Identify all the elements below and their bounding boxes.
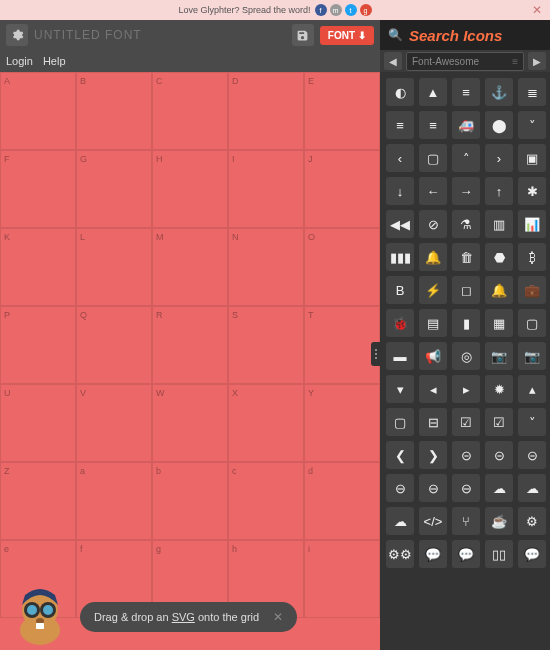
grid-cell[interactable]: E xyxy=(304,72,380,150)
twitter-icon[interactable]: t xyxy=(345,4,357,16)
grid-cell[interactable]: J xyxy=(304,150,380,228)
building-icon[interactable]: ▬ xyxy=(386,342,414,370)
chevron-circle-right-icon[interactable]: ⊝ xyxy=(518,441,546,469)
grid-cell[interactable]: D xyxy=(228,72,304,150)
bookmark-o-icon[interactable]: ◻ xyxy=(452,276,480,304)
grid-cell[interactable]: Z xyxy=(0,462,76,540)
ban-icon[interactable]: ⊘ xyxy=(419,210,447,238)
grid-cell[interactable]: X xyxy=(228,384,304,462)
angle-right-icon[interactable]: › xyxy=(485,144,513,172)
close-banner-icon[interactable]: ✕ xyxy=(532,3,542,17)
code-icon[interactable]: </> xyxy=(419,507,447,535)
arrow-left-icon[interactable]: ← xyxy=(419,177,447,205)
grid-cell[interactable]: N xyxy=(228,228,304,306)
close-tooltip-icon[interactable]: ✕ xyxy=(273,610,283,624)
trash-icon[interactable]: 🗑 xyxy=(452,243,480,271)
book-icon[interactable]: ▤ xyxy=(419,309,447,337)
bullseye-icon[interactable]: ◎ xyxy=(452,342,480,370)
grid-cell[interactable]: B xyxy=(76,72,152,150)
comment-icon[interactable]: 💬 xyxy=(518,540,546,568)
grid-cell[interactable]: b xyxy=(152,462,228,540)
grid-cell[interactable]: R xyxy=(152,306,228,384)
download-font-button[interactable]: FONT ⬇ xyxy=(320,26,374,45)
cloud-icon[interactable]: ☁ xyxy=(386,507,414,535)
android-icon[interactable]: ⬤ xyxy=(485,111,513,139)
caret-left-icon[interactable]: ◂ xyxy=(419,375,447,403)
circle-left-icon[interactable]: ⊖ xyxy=(419,474,447,502)
camera-retro-icon[interactable]: 📷 xyxy=(485,342,513,370)
bug-icon[interactable]: 🐞 xyxy=(386,309,414,337)
grid-cell[interactable]: Q xyxy=(76,306,152,384)
archive-icon[interactable]: ▣ xyxy=(518,144,546,172)
adjust-icon[interactable]: ◐ xyxy=(386,78,414,106)
caret-up-icon[interactable]: ▴ xyxy=(518,375,546,403)
next-iconset-button[interactable]: ▶ xyxy=(528,52,546,70)
bullhorn-icon[interactable]: 📢 xyxy=(419,342,447,370)
grid-cell[interactable]: A xyxy=(0,72,76,150)
save-button[interactable] xyxy=(292,24,314,46)
asterisk-icon[interactable]: ✱ xyxy=(518,177,546,205)
ambulance-icon[interactable]: 🚑 xyxy=(452,111,480,139)
cog-icon[interactable]: ⚙ xyxy=(518,507,546,535)
bell-icon[interactable]: 🔔 xyxy=(485,276,513,304)
angle-down-icon[interactable]: ˅ xyxy=(518,111,546,139)
bolt-icon[interactable]: ⚡ xyxy=(419,276,447,304)
angle-left-icon[interactable]: ‹ xyxy=(386,144,414,172)
grid-cell[interactable]: G xyxy=(76,150,152,228)
grid-cell[interactable]: C xyxy=(152,72,228,150)
code-fork-icon[interactable]: ⑂ xyxy=(452,507,480,535)
square-o-icon[interactable]: ▢ xyxy=(386,408,414,436)
circle-right-icon[interactable]: ⊖ xyxy=(452,474,480,502)
adn-icon[interactable]: ▲ xyxy=(419,78,447,106)
caret-down-icon[interactable]: ▾ xyxy=(386,375,414,403)
btc-icon[interactable]: ₿ xyxy=(518,243,546,271)
grid-cell[interactable]: P xyxy=(0,306,76,384)
bookmark-icon[interactable]: ▮ xyxy=(452,309,480,337)
help-link[interactable]: Help xyxy=(43,55,66,67)
grid-cell[interactable]: K xyxy=(0,228,76,306)
grid-cell[interactable]: i xyxy=(304,540,380,618)
grid-cell[interactable]: V xyxy=(76,384,152,462)
angle-up-icon[interactable]: ˄ xyxy=(452,144,480,172)
gplus-icon[interactable]: g xyxy=(360,4,372,16)
align-center-icon[interactable]: ≡ xyxy=(452,78,480,106)
bar-chart-o-icon[interactable]: 📊 xyxy=(518,210,546,238)
apple-icon[interactable]: ▢ xyxy=(419,144,447,172)
grid-cell[interactable]: F xyxy=(0,150,76,228)
bell-o-icon[interactable]: 🔔 xyxy=(419,243,447,271)
glyph-grid[interactable]: ABCDEFGHIJKLMNOPQRSTUVWXYZabcdefghi Drag… xyxy=(0,72,380,650)
grid-cell[interactable]: I xyxy=(228,150,304,228)
grid-cell[interactable]: W xyxy=(152,384,228,462)
settings-button[interactable] xyxy=(6,24,28,46)
minus-square-o-icon[interactable]: ⊟ xyxy=(419,408,447,436)
barcode-icon[interactable]: ▮▮▮ xyxy=(386,243,414,271)
chevron-left-icon[interactable]: ❮ xyxy=(386,441,414,469)
search-icon[interactable]: 🔍 xyxy=(388,28,403,42)
grid-cell[interactable]: L xyxy=(76,228,152,306)
columns-icon[interactable]: ▯▯ xyxy=(485,540,513,568)
comment-o-icon[interactable]: 💬 xyxy=(419,540,447,568)
align-left-icon[interactable]: ≡ xyxy=(386,111,414,139)
comments-o-icon[interactable]: 💬 xyxy=(452,540,480,568)
grid-cell[interactable]: O xyxy=(304,228,380,306)
grid-cell[interactable]: S xyxy=(228,306,304,384)
login-link[interactable]: Login xyxy=(6,55,33,67)
camera-icon[interactable]: 📷 xyxy=(518,342,546,370)
iconset-select[interactable]: Font-Awesome ≡ xyxy=(406,52,524,71)
calendar-o-icon[interactable]: ▢ xyxy=(518,309,546,337)
grid-cell[interactable]: T xyxy=(304,306,380,384)
arrow-down-icon[interactable]: ↓ xyxy=(386,177,414,205)
cloud-upload-icon[interactable]: ☁ xyxy=(518,474,546,502)
prev-iconset-button[interactable]: ◀ xyxy=(384,52,402,70)
cloud-download-icon[interactable]: ☁ xyxy=(485,474,513,502)
bitbucket-icon[interactable]: ⬣ xyxy=(485,243,513,271)
circle-down-icon[interactable]: ⊖ xyxy=(386,474,414,502)
chevron-circle-left-icon[interactable]: ⊝ xyxy=(485,441,513,469)
align-right-icon[interactable]: ≡ xyxy=(419,111,447,139)
chevron-right-icon[interactable]: ❯ xyxy=(419,441,447,469)
arrow-right-icon[interactable]: → xyxy=(452,177,480,205)
backward-icon[interactable]: ◀◀ xyxy=(386,210,414,238)
cogs-icon[interactable]: ⚙⚙ xyxy=(386,540,414,568)
chevron-down-icon[interactable]: ˅ xyxy=(518,408,546,436)
bar-chart-icon[interactable]: ▥ xyxy=(485,210,513,238)
